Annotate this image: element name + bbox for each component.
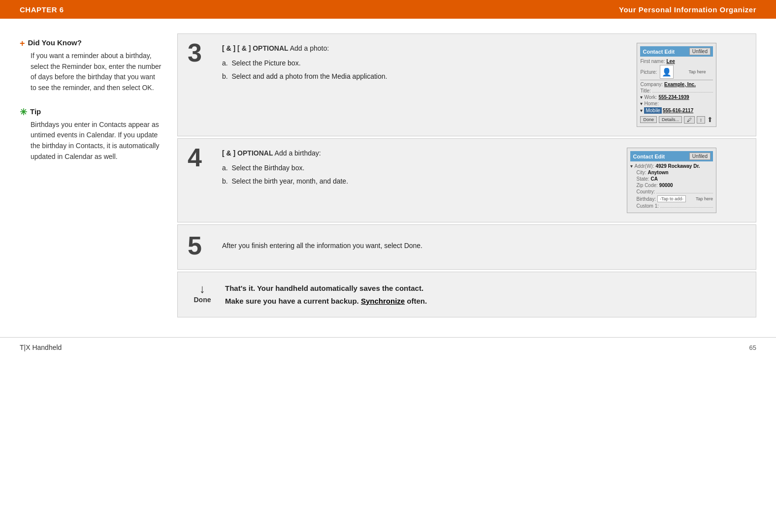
step4-tap-here: Tap here	[696, 196, 713, 201]
step4-sub: Add a birthday:	[275, 149, 321, 157]
done-often: often.	[407, 297, 427, 305]
step3-title-line	[652, 92, 713, 93]
step-3-number: 3	[188, 40, 212, 127]
star-icon: ✳	[20, 108, 27, 117]
step3-company-label: Company:	[640, 82, 663, 87]
person-icon: 👤	[662, 67, 672, 77]
step3-device-wrapper: Contact Edit Unfiled First name: Lee Pic…	[637, 43, 716, 127]
sidebar: + Did You Know? If you want a reminder a…	[20, 33, 162, 317]
step4-optional: OPTIONAL	[237, 149, 273, 157]
step4-device-header: Contact Edit Unfiled	[630, 151, 713, 161]
step3-firstname-value: Lee	[666, 59, 675, 64]
step-5-block: 5 After you finish entering all the info…	[177, 224, 756, 270]
step3-tap-here: Tap here	[688, 69, 706, 74]
step3-tab-unfiled: Unfiled	[689, 48, 711, 55]
page-title: Your Personal Information Organizer	[619, 5, 756, 14]
step4-birthday-label: Birthday:	[636, 196, 655, 202]
step-3-content: [ & ] [ & ] OPTIONAL Add a photo: a. Sel…	[222, 43, 746, 127]
step4-bracket: [ & ]	[222, 149, 237, 157]
step3-company-row: Company: Example, Inc.	[640, 82, 713, 87]
step3-icon-btn1[interactable]: 🖊	[684, 116, 695, 124]
step3-item-a: a. Select the Picture box.	[222, 58, 627, 68]
done-block: ↓ Done That's it. Your handheld automati…	[177, 272, 756, 317]
step3-mobile-label: Mobile	[644, 107, 661, 114]
step3-home-row: ▾ Home:	[640, 101, 713, 106]
step4-state-row: State: CA	[630, 176, 713, 182]
done-arrow-icon: ↓	[199, 282, 205, 296]
step4-country-row: Country:	[630, 189, 713, 194]
did-you-know-section: + Did You Know? If you want a reminder a…	[20, 38, 162, 94]
work-dropdown-icon: ▾	[640, 94, 643, 100]
step-4-block: 4 [ & ] OPTIONAL Add a birthday: a. Sele…	[177, 138, 756, 222]
step4-country-line	[656, 193, 713, 193]
step3-mobile-row: ▾ Mobile 555-616-2117	[640, 107, 713, 114]
step3-item-b: b. Select and add a photo from the Media…	[222, 71, 627, 82]
page-header: CHAPTER 6 Your Personal Information Orga…	[0, 0, 776, 19]
step4-zip-value: 90000	[659, 183, 673, 188]
step4-custom-row: Custom 1:	[630, 203, 713, 209]
footer-brand: T|X Handheld	[20, 344, 62, 351]
step3-title-label: Title:	[640, 88, 650, 94]
tip-section: ✳ Tip Birthdays you enter in Contacts ap…	[20, 107, 162, 162]
step4-zip-row: Zip Code: 90000	[630, 183, 713, 188]
step4-state-label: State:	[636, 176, 649, 182]
step-5-text: After you finish entering all the inform…	[222, 242, 422, 250]
step4-addr-value: 4929 Rockaway Dr.	[655, 163, 700, 169]
step3-optional: [ & ] OPTIONAL	[237, 44, 288, 52]
step3-work-row: ▾ Work: 555-234-1939	[640, 94, 713, 100]
step4-city-value: Anytown	[647, 170, 668, 175]
step3-bottom-bar: Done Details... 🖊 ↕ ⬆	[640, 116, 713, 124]
step3-picture-box[interactable]: 👤	[660, 65, 674, 79]
step4-tab-unfiled: Unfiled	[689, 153, 711, 160]
step4-device-screen: Contact Edit Unfiled ▾ Addr(W): 4929 Roc…	[627, 148, 716, 213]
step4-item-a: a. Select the Birthday box.	[222, 162, 617, 173]
step4-country-label: Country:	[636, 189, 655, 194]
step3-picture-row: Picture: 👤 Tap here	[640, 65, 713, 79]
page-footer: T|X Handheld 65	[0, 337, 776, 357]
step3-firstname-label: First name:	[640, 59, 665, 64]
step3-icon-btn2[interactable]: ↕	[697, 116, 705, 124]
step4-custom-line	[660, 207, 713, 208]
footer-page-number: 65	[749, 344, 756, 351]
step-4-text: [ & ] OPTIONAL Add a birthday: a. Select…	[222, 148, 617, 213]
tip-title: ✳ Tip	[20, 107, 162, 117]
plus-icon: +	[20, 39, 25, 48]
tip-body: Birthdays you enter in Contacts appear a…	[31, 120, 162, 162]
step3-device-screen: Contact Edit Unfiled First name: Lee Pic…	[637, 43, 716, 127]
mobile-label-text: Mobile	[646, 108, 660, 113]
step4-custom-label: Custom 1:	[636, 203, 659, 209]
step3-picture-label: Picture:	[640, 69, 657, 75]
done-line2: Make sure you have a current backup. Syn…	[225, 295, 427, 308]
done-icon-col: ↓ Done	[188, 282, 217, 307]
step4-city-label: City:	[636, 170, 646, 175]
step4-city-row: City: Anytown	[630, 170, 713, 175]
step4-state-value: CA	[651, 176, 658, 182]
step3-done-btn[interactable]: Done	[640, 116, 657, 123]
step3-details-btn[interactable]: Details...	[659, 116, 682, 123]
step3-title-row: Title:	[640, 88, 713, 94]
step-3-block: 3 [ & ] [ & ] OPTIONAL Add a photo: a. S…	[177, 33, 756, 136]
step4-addr-label: Addr(W):	[634, 163, 654, 169]
steps-area: 3 [ & ] [ & ] OPTIONAL Add a photo: a. S…	[177, 33, 756, 317]
step3-tab-contact: Contact Edit	[643, 49, 675, 55]
chapter-label: CHAPTER 6	[20, 5, 64, 14]
step4-birthday-row: Birthday: -Tap to add- Tap here	[630, 195, 713, 202]
footer-brand-rest: Handheld	[31, 344, 62, 351]
step4-device-wrapper: Contact Edit Unfiled ▾ Addr(W): 4929 Roc…	[627, 148, 716, 213]
step3-sort-icon: ⬆	[707, 116, 713, 124]
step3-sub: Add a photo:	[290, 44, 329, 52]
step3-firstname-row: First name: Lee	[640, 59, 713, 64]
mobile-dropdown-icon: ▾	[640, 108, 643, 113]
step4-birthday-value[interactable]: -Tap to add-	[657, 195, 686, 202]
step4-item-b: b. Select the birth year, month, and dat…	[222, 176, 617, 187]
did-you-know-title: + Did You Know?	[20, 38, 162, 48]
step-4-content: [ & ] OPTIONAL Add a birthday: a. Select…	[222, 148, 746, 213]
done-make-sure: Make sure you have a current backup.	[225, 297, 361, 305]
step3-mobile-value: 555-616-2117	[663, 108, 693, 113]
step-4-number: 4	[188, 145, 212, 213]
step4-zip-label: Zip Code:	[636, 183, 657, 188]
step-5-number: 5	[188, 233, 212, 258]
home-dropdown-icon: ▾	[640, 101, 643, 106]
step-3-text: [ & ] [ & ] OPTIONAL Add a photo: a. Sel…	[222, 43, 627, 127]
done-synchronize-link[interactable]: Synchronize	[361, 297, 405, 305]
